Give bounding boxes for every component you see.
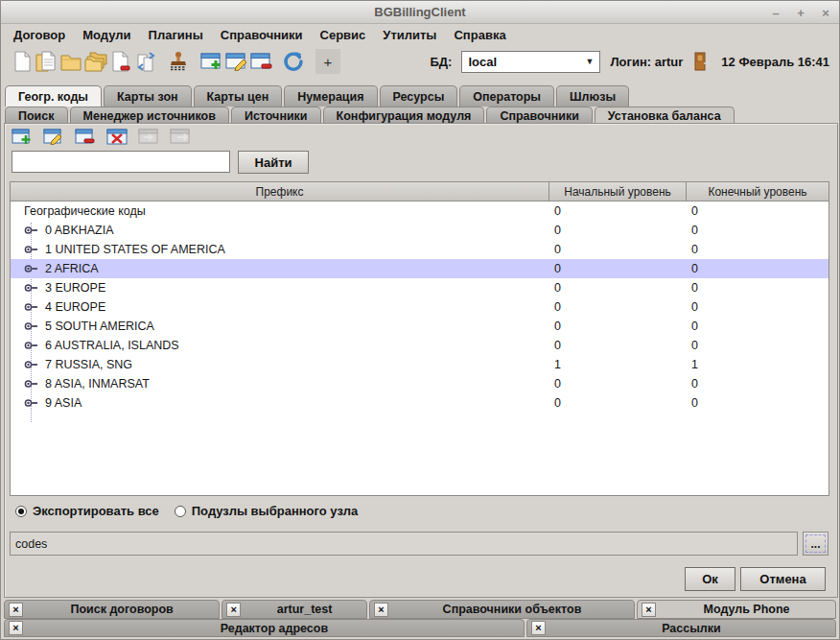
tab-operatory[interactable]: Операторы <box>459 85 554 107</box>
new-document-icon[interactable] <box>9 49 34 74</box>
table-row[interactable]: 5 SOUTH AMERICA 0 0 <box>11 317 828 336</box>
bottom-tab-spravochniki-obektov[interactable]: × Справочники объектов <box>369 600 635 619</box>
row-end: 0 <box>682 300 824 314</box>
copy-document-icon[interactable] <box>133 49 158 74</box>
tab-resursy[interactable]: Ресурсы <box>380 85 458 107</box>
tree-node-icon[interactable] <box>24 283 38 293</box>
table-row[interactable]: 3 EUROPE 0 0 <box>11 278 828 297</box>
remove-window-icon[interactable] <box>248 49 273 74</box>
menu-spravochniki[interactable]: Справочники <box>212 26 312 44</box>
table-row[interactable]: 9 ASIA 0 0 <box>11 393 828 413</box>
export-item-icon[interactable] <box>169 128 192 146</box>
add-item-icon[interactable] <box>11 128 34 146</box>
edit-item-icon[interactable] <box>42 128 65 146</box>
table-row[interactable]: 4 EUROPE 0 0 <box>11 297 828 317</box>
tab-label: Менеджер источников <box>83 109 216 123</box>
delete-item-icon[interactable] <box>105 128 128 146</box>
add-window-icon[interactable] <box>198 49 223 74</box>
close-icon[interactable]: × <box>374 603 388 617</box>
close-icon[interactable]: × <box>531 621 546 635</box>
bottom-tab-poisk-dogovorov[interactable]: × Поиск договоров <box>4 600 220 619</box>
tab-spravochniki[interactable]: Справочники <box>486 107 592 124</box>
bottom-tab-modul-phone[interactable]: × Модуль Phone <box>637 600 836 619</box>
bottom-tab-redaktor-adresov[interactable]: × Редактор адресов <box>4 619 525 637</box>
tree-node-icon[interactable] <box>24 225 38 235</box>
search-input[interactable] <box>12 151 230 173</box>
tab-istochniki[interactable]: Источники <box>231 107 321 124</box>
close-icon[interactable]: × <box>642 603 656 617</box>
tree-node-icon[interactable] <box>24 379 38 389</box>
folders-icon[interactable] <box>83 49 108 74</box>
maximize-button[interactable]: + <box>793 5 808 20</box>
content-panel: Найти Префикс Начальный уровень Конечный… <box>4 123 838 598</box>
tree-node-icon[interactable] <box>24 302 38 312</box>
row-start: 0 <box>545 300 682 314</box>
table-row[interactable]: Географические коды 0 0 <box>11 201 828 221</box>
remove-document-icon[interactable] <box>108 49 133 74</box>
ok-button[interactable]: Ок <box>685 567 735 591</box>
menu-plaginy[interactable]: Плагины <box>140 26 212 44</box>
tree-node-icon[interactable] <box>24 245 38 254</box>
column-header-start-level[interactable]: Начальный уровень <box>549 182 687 201</box>
table-row[interactable]: 0 ABKHAZIA 0 0 <box>11 221 828 240</box>
tree-node-icon[interactable] <box>24 321 38 331</box>
tab-ustanovka-balansa[interactable]: Установка баланса <box>595 107 735 124</box>
edit-window-icon[interactable] <box>223 49 248 74</box>
table-row-selected[interactable]: 2 AFRICA 0 0 <box>11 259 828 278</box>
tab-label: Карты цен <box>207 90 269 104</box>
close-button[interactable]: × <box>818 5 833 20</box>
browse-button[interactable]: ... <box>803 532 828 556</box>
tab-geogr-kody[interactable]: Геогр. коды <box>5 85 102 107</box>
tree-node-icon[interactable] <box>24 360 38 369</box>
folder-icon[interactable] <box>58 49 83 74</box>
table-row[interactable]: 6 AUSTRALIA, ISLANDS 0 0 <box>11 336 828 355</box>
column-header-prefix[interactable]: Префикс <box>11 182 549 201</box>
remove-item-icon[interactable] <box>74 128 97 146</box>
table-row[interactable]: 1 UNITED STATES OF AMERICA 0 0 <box>11 240 828 259</box>
tab-shlyuzy[interactable]: Шлюзы <box>556 85 629 107</box>
menu-dogovor[interactable]: Договор <box>5 26 74 44</box>
tab-karty-zon[interactable]: Карты зон <box>104 85 192 107</box>
export-path-field[interactable]: codes <box>10 532 798 556</box>
row-start: 0 <box>545 243 682 256</box>
tab-poisk[interactable]: Поиск <box>5 107 68 124</box>
exit-door-icon[interactable] <box>692 51 712 72</box>
close-icon[interactable]: × <box>226 603 241 617</box>
tree-node-icon[interactable] <box>24 264 38 273</box>
bottom-tab-label: artur_test <box>246 603 362 616</box>
tab-numeratsiya[interactable]: Нумерация <box>284 85 377 107</box>
title-bar[interactable]: BGBillingClient – + × <box>1 1 839 24</box>
bottom-tab-rassylki[interactable]: × Рассылки <box>526 619 836 637</box>
close-icon[interactable]: × <box>9 603 23 617</box>
add-tab-button[interactable]: + <box>315 49 340 74</box>
tree-node-icon[interactable] <box>24 341 38 350</box>
tree-node-icon[interactable] <box>24 398 38 408</box>
minimize-button[interactable]: – <box>768 5 783 20</box>
column-header-end-level[interactable]: Конечный уровень <box>687 182 828 201</box>
main-toolbar: + БД: local ▼ Логин: artur 12 Февраль 16… <box>1 45 839 78</box>
tab-label: Нумерация <box>297 90 363 104</box>
menu-servis[interactable]: Сервис <box>312 26 375 44</box>
stamp-icon[interactable] <box>166 49 191 74</box>
cancel-button[interactable]: Отмена <box>740 567 826 591</box>
tab-karty-tsen[interactable]: Карты цен <box>194 85 283 107</box>
close-icon[interactable]: × <box>9 621 23 635</box>
menu-moduli[interactable]: Модули <box>74 26 139 44</box>
bottom-tab-label: Модуль Phone <box>662 603 831 616</box>
radio-export-all[interactable]: Экспортировать все <box>15 504 159 518</box>
db-dropdown[interactable]: local ▼ <box>461 51 600 73</box>
table-row[interactable]: 7 RUSSIA, SNG 1 1 <box>11 355 828 374</box>
find-button[interactable]: Найти <box>238 151 309 174</box>
refresh-icon[interactable] <box>281 49 306 74</box>
tab-menedzher-istochnikov[interactable]: Менеджер источников <box>70 107 229 124</box>
table-row[interactable]: 8 ASIA, INMARSAT 0 0 <box>11 374 828 393</box>
radio-export-subnodes[interactable]: Подузлы выбранного узла <box>175 504 358 518</box>
open-document-icon[interactable] <box>34 49 58 74</box>
menu-utility[interactable]: Утилиты <box>374 26 445 44</box>
radio-label: Подузлы выбранного узла <box>192 504 358 518</box>
menu-spravka[interactable]: Справка <box>445 26 514 44</box>
row-start: 0 <box>545 224 682 237</box>
import-item-icon[interactable] <box>137 128 160 146</box>
tab-konfiguratsiya-modulya[interactable]: Конфигурация модуля <box>323 107 485 124</box>
bottom-tab-artur-test[interactable]: × artur_test <box>222 600 367 619</box>
